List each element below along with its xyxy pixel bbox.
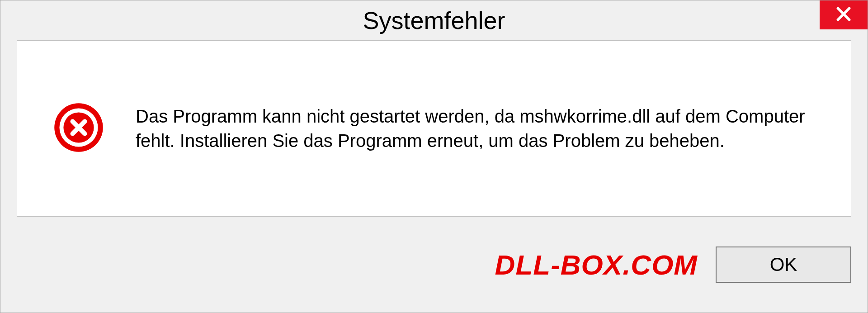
dialog-title: Systemfehler [363,6,505,34]
close-icon [835,5,852,24]
watermark-text: DLL-BOX.COM [495,249,698,281]
error-dialog: Systemfehler Das Programm kann nicht ges… [0,0,868,313]
ok-button[interactable]: OK [716,247,851,283]
error-message: Das Programm kann nicht gestartet werden… [136,104,824,153]
error-icon [53,102,104,155]
dialog-footer: DLL-BOX.COM OK [0,217,868,313]
close-button[interactable] [820,0,868,29]
titlebar: Systemfehler [0,0,868,40]
content-panel: Das Programm kann nicht gestartet werden… [17,40,851,217]
